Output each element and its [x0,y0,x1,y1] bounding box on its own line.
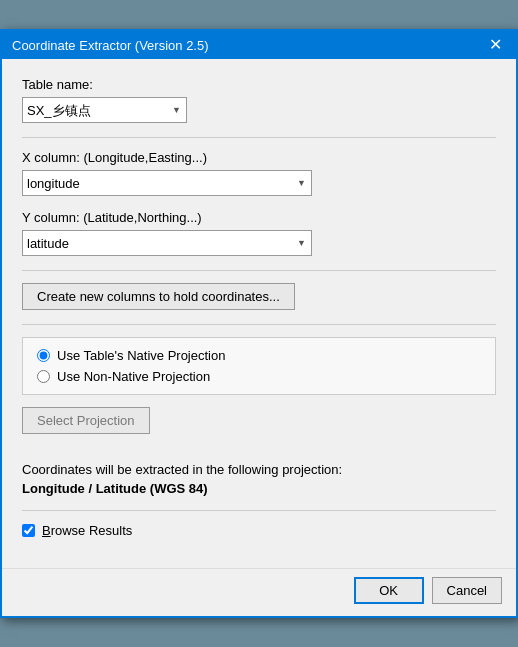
table-name-label: Table name: [22,77,496,92]
divider-3 [22,324,496,325]
x-column-group: X column: (Longitude,Easting...) longitu… [22,150,496,196]
y-column-select[interactable]: latitude [22,230,312,256]
browse-row: Browse Results [22,523,496,538]
browse-checkbox[interactable] [22,524,35,537]
radio-native-input[interactable] [37,349,50,362]
dialog-window: Coordinate Extractor (Version 2.5) ✕ Tab… [0,29,518,618]
dialog-title: Coordinate Extractor (Version 2.5) [12,38,209,53]
browse-rest: rowse Results [51,523,133,538]
x-column-select-wrapper: longitude [22,170,312,196]
divider-4 [22,510,496,511]
dialog-footer: OK Cancel [2,568,516,616]
radio-non-native-input[interactable] [37,370,50,383]
close-button[interactable]: ✕ [485,37,506,53]
radio-non-native-label: Use Non-Native Projection [57,369,210,384]
projection-radio-group: Use Table's Native Projection Use Non-Na… [22,337,496,395]
cancel-button[interactable]: Cancel [432,577,502,604]
x-column-select[interactable]: longitude [22,170,312,196]
radio-native[interactable]: Use Table's Native Projection [37,348,481,363]
table-name-select[interactable]: SX_乡镇点 [22,97,187,123]
y-column-group: Y column: (Latitude,Northing...) latitud… [22,210,496,256]
y-column-label: Y column: (Latitude,Northing...) [22,210,496,225]
browse-label[interactable]: Browse Results [42,523,132,538]
create-columns-button[interactable]: Create new columns to hold coordinates..… [22,283,295,310]
browse-underline: B [42,523,51,538]
projection-value: Longitude / Latitude (WGS 84) [22,481,496,496]
x-column-label: X column: (Longitude,Easting...) [22,150,496,165]
divider-2 [22,270,496,271]
select-projection-button[interactable]: Select Projection [22,407,150,434]
select-projection-group: Select Projection [22,407,496,448]
divider-1 [22,137,496,138]
projection-info: Coordinates will be extracted in the fol… [22,462,496,496]
radio-non-native[interactable]: Use Non-Native Projection [37,369,481,384]
radio-native-label: Use Table's Native Projection [57,348,225,363]
table-name-group: Table name: SX_乡镇点 [22,77,496,123]
table-name-select-wrapper: SX_乡镇点 [22,97,187,123]
ok-button[interactable]: OK [354,577,424,604]
dialog-content: Table name: SX_乡镇点 X column: (Longitude,… [2,59,516,568]
title-bar: Coordinate Extractor (Version 2.5) ✕ [2,31,516,59]
y-column-select-wrapper: latitude [22,230,312,256]
projection-info-text: Coordinates will be extracted in the fol… [22,462,496,477]
create-columns-group: Create new columns to hold coordinates..… [22,283,496,310]
